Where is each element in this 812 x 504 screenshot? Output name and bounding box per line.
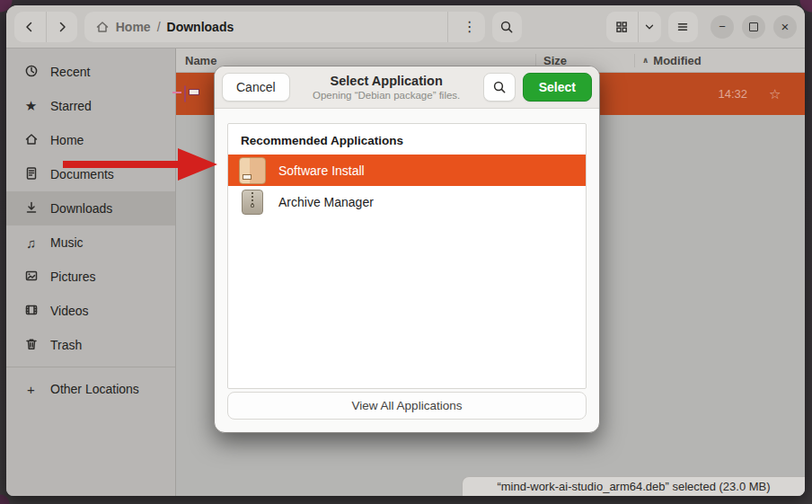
status-bar: “mind-work-ai-studio_arm64.deb” selected…: [462, 476, 805, 496]
sidebar-label: Videos: [50, 304, 89, 318]
hamburger-menu-icon: [675, 20, 690, 34]
breadcrumb-current[interactable]: Downloads: [167, 20, 234, 34]
maximize-icon: [749, 22, 758, 31]
sidebar-item-starred[interactable]: ★ Starred: [6, 89, 175, 123]
sidebar-item-documents[interactable]: Documents: [6, 157, 175, 191]
column-header-modified[interactable]: ∧ Modified: [634, 54, 769, 67]
cancel-button[interactable]: Cancel: [222, 73, 290, 102]
select-button[interactable]: Select: [523, 73, 592, 102]
sidebar-separator: [6, 367, 175, 367]
picture-icon: [23, 269, 39, 286]
archive-manager-icon: [242, 190, 263, 215]
back-button[interactable]: [14, 12, 46, 42]
sidebar-item-videos[interactable]: Videos: [6, 294, 175, 328]
video-icon: [23, 303, 39, 320]
sidebar-label: Starred: [50, 99, 92, 113]
music-note-icon: ♫: [23, 235, 39, 251]
star-icon: ★: [23, 98, 39, 114]
sidebar-item-music[interactable]: ♫ Music: [6, 225, 175, 260]
trash-icon: [23, 337, 39, 354]
maximize-button[interactable]: [742, 15, 765, 39]
forward-button[interactable]: [46, 12, 77, 42]
sidebar-item-trash[interactable]: Trash: [6, 328, 175, 362]
path-bar[interactable]: Home / Downloads ⋮: [84, 12, 485, 42]
breadcrumb-separator: /: [157, 20, 161, 34]
dialog-title-block: Select Application Opening “Debian packa…: [297, 73, 476, 102]
main-menu-button[interactable]: [668, 12, 698, 42]
desktop: Home / Downloads ⋮: [0, 0, 812, 504]
dialog-search-button[interactable]: [483, 73, 516, 102]
grid-view-icon: [614, 20, 629, 34]
view-switcher-group: [606, 12, 661, 42]
star-toggle-icon[interactable]: ☆: [769, 86, 805, 102]
sidebar-item-pictures[interactable]: Pictures: [6, 260, 175, 294]
dialog-title: Select Application: [297, 73, 476, 89]
view-options-dropdown[interactable]: [638, 12, 661, 42]
home-icon: [23, 132, 39, 149]
sidebar-item-home[interactable]: Home: [6, 123, 175, 157]
download-icon: [23, 200, 39, 217]
sidebar-label: Pictures: [50, 270, 96, 284]
sidebar-label: Recent: [50, 65, 90, 79]
file-modified-cell: 14:32: [634, 87, 769, 101]
close-button[interactable]: ×: [773, 15, 797, 39]
home-icon: [95, 20, 110, 34]
path-menu-button[interactable]: ⋮: [455, 12, 485, 42]
sidebar-item-recent[interactable]: Recent: [6, 55, 175, 89]
breadcrumb-home[interactable]: Home: [116, 20, 151, 34]
sidebar-label: Downloads: [50, 201, 112, 216]
header-bar: Home / Downloads ⋮: [6, 5, 805, 49]
sidebar-label: Documents: [50, 167, 114, 181]
dialog-body: Recommended Applications Software Instal…: [215, 108, 599, 432]
column-header-modified-label: Modified: [653, 54, 701, 67]
sidebar: Recent ★ Starred Home Documents Download…: [6, 49, 176, 496]
select-application-dialog: Cancel Select Application Opening “Debia…: [214, 66, 600, 433]
chevron-right-icon: [55, 20, 69, 34]
app-row-software-install[interactable]: Software Install: [228, 155, 586, 186]
plus-icon: +: [23, 382, 39, 397]
history-nav-group: [14, 12, 77, 42]
search-icon: [499, 20, 514, 34]
document-icon: [23, 166, 39, 183]
search-button[interactable]: [492, 12, 522, 42]
clock-icon: [23, 64, 39, 81]
window-controls: − ×: [710, 15, 797, 39]
sidebar-label: Home: [50, 133, 84, 147]
sidebar-item-other-locations[interactable]: + Other Locations: [6, 372, 175, 406]
chevron-down-icon: [643, 21, 656, 33]
software-install-icon: [239, 157, 266, 184]
dialog-subtitle: Opening “Debian package” files.: [297, 89, 476, 102]
kebab-menu-icon: ⋮: [463, 18, 477, 35]
close-icon: ×: [781, 19, 790, 34]
grid-view-button[interactable]: [606, 12, 638, 42]
minimize-icon: −: [719, 20, 726, 33]
view-all-applications-button[interactable]: View All Applications: [227, 392, 587, 420]
search-icon: [492, 80, 507, 94]
sidebar-label: Music: [50, 235, 84, 250]
dialog-header: Cancel Select Application Opening “Debia…: [215, 66, 599, 109]
app-name: Archive Manager: [278, 195, 374, 209]
sidebar-item-downloads[interactable]: Downloads: [6, 191, 175, 225]
deb-package-file-icon: [184, 85, 186, 102]
recommended-applications-header: Recommended Applications: [228, 124, 586, 155]
selection-status-text: “mind-work-ai-studio_arm64.deb” selected…: [497, 480, 770, 493]
pathbar-divider: [447, 12, 448, 42]
minimize-button[interactable]: −: [710, 15, 734, 39]
app-name: Software Install: [278, 164, 365, 178]
sidebar-label: Trash: [50, 338, 82, 352]
application-list: Recommended Applications Software Instal…: [227, 123, 587, 389]
chevron-left-icon: [22, 20, 37, 34]
sort-ascending-icon: ∧: [642, 56, 649, 65]
app-row-archive-manager[interactable]: Archive Manager: [228, 186, 586, 217]
sidebar-label: Other Locations: [50, 382, 139, 396]
